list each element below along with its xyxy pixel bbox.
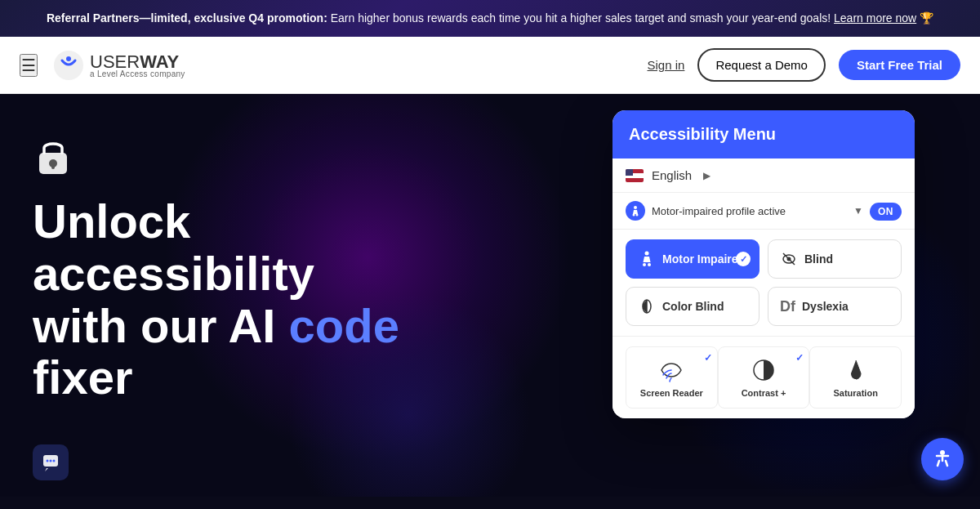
color-blind-label: Color Blind (662, 300, 724, 313)
contrast-label: Contrast + (742, 388, 786, 398)
banner-link[interactable]: Learn more now (834, 11, 916, 25)
blind-icon (780, 250, 798, 268)
navbar: ☰ USERWAY a Level Access company Sign in… (0, 37, 980, 94)
dyslexia-label: Dyslexia (802, 300, 849, 313)
svg-point-8 (53, 460, 56, 462)
svg-point-6 (47, 460, 49, 462)
panel-title: Accessibility Menu (629, 125, 776, 143)
saturation-tool-button[interactable]: Saturation (809, 346, 902, 409)
toggle-on-badge[interactable]: ON (870, 203, 902, 221)
svg-point-20 (940, 450, 945, 455)
svg-point-10 (633, 214, 635, 217)
language-label: English (652, 168, 692, 182)
chat-icon (42, 453, 60, 471)
blind-label: Blind (804, 252, 833, 266)
hero-title-line1: Unlock (33, 194, 190, 248)
profile-active-icon (626, 201, 645, 221)
motor-impaired-label: Motor Impaired (662, 252, 745, 266)
screen-reader-label: Screen Reader (640, 388, 703, 398)
request-demo-button[interactable]: Request a Demo (697, 48, 826, 82)
hero-title-line3: with our AI (33, 299, 289, 352)
profiles-grid: Motor Impaired ✓ Blind (612, 230, 915, 337)
promo-banner: Referral Partners—limited, exclusive Q4 … (0, 0, 980, 37)
hero-content: Unlock accessibility with our AI code fi… (33, 135, 399, 404)
screen-reader-check: ✓ (704, 352, 712, 364)
svg-rect-4 (51, 163, 55, 169)
lock-icon (33, 135, 74, 176)
contrast-icon (751, 357, 777, 383)
screen-reader-icon (658, 357, 684, 383)
motor-impaired-profile-button[interactable]: Motor Impaired ✓ (626, 239, 760, 279)
logo: USERWAY a Level Access company (54, 51, 185, 80)
svg-point-11 (636, 214, 639, 217)
hero-title-line2: accessibility (33, 247, 314, 300)
saturation-icon (843, 357, 869, 383)
signin-button[interactable]: Sign in (648, 58, 685, 72)
svg-point-9 (634, 206, 637, 209)
language-selector[interactable]: English ▶ (612, 159, 915, 193)
logo-text-block: USERWAY a Level Access company (90, 51, 185, 78)
hero-title-highlight: code (289, 299, 399, 352)
svg-point-1 (66, 56, 71, 61)
screen-reader-tool-button[interactable]: ✓ Screen Reader (626, 346, 718, 409)
chevron-right-icon: ▶ (703, 170, 710, 181)
panel-body: English ▶ Motor-impaired profile active … (612, 159, 915, 418)
svg-point-13 (643, 263, 646, 266)
chat-widget-button[interactable] (33, 444, 69, 480)
dyslexia-icon-text: Df (780, 298, 795, 315)
banner-bold-text: Referral Partners—limited, exclusive Q4 … (47, 11, 327, 25)
wheelchair-small-icon (630, 205, 641, 217)
svg-point-7 (50, 460, 52, 462)
svg-point-12 (645, 252, 649, 256)
saturation-label: Saturation (833, 388, 877, 398)
svg-point-14 (648, 263, 651, 266)
userway-logo-icon (54, 51, 83, 80)
hero-title: Unlock accessibility with our AI code fi… (33, 195, 399, 404)
flag-icon (626, 169, 644, 182)
hero-section: Unlock accessibility with our AI code fi… (0, 94, 980, 497)
nav-right: Sign in Request a Demo Start Free Trial (648, 48, 960, 82)
accessibility-widget-button[interactable] (921, 438, 964, 480)
banner-emoji: 🏆 (920, 11, 933, 25)
profile-active-row: Motor-impaired profile active ▼ ON (612, 193, 915, 230)
hamburger-menu-button[interactable]: ☰ (20, 54, 38, 77)
blind-profile-button[interactable]: Blind (768, 239, 902, 279)
color-blind-profile-button[interactable]: Color Blind (626, 287, 760, 326)
check-badge: ✓ (736, 252, 751, 266)
hero-title-line4: fixer (33, 350, 133, 404)
color-blind-icon (638, 297, 656, 315)
panel-header: Accessibility Menu (612, 110, 915, 159)
contrast-tool-button[interactable]: ✓ Contrast + (718, 346, 810, 409)
wheelchair-icon (638, 250, 656, 268)
banner-normal-text: Earn higher bonus rewards each time you … (331, 11, 834, 25)
tools-grid: ✓ Screen Reader ✓ Con (612, 337, 915, 418)
contrast-check: ✓ (795, 352, 804, 364)
dyslexia-profile-button[interactable]: Df Dyslexia (768, 287, 902, 326)
profile-active-label: Motor-impaired profile active (652, 205, 850, 217)
start-trial-button[interactable]: Start Free Trial (839, 50, 960, 80)
accessibility-panel: Accessibility Menu English ▶ (612, 110, 915, 418)
logo-subtitle: a Level Access company (90, 69, 185, 78)
dropdown-arrow-icon[interactable]: ▼ (853, 205, 863, 217)
accessibility-widget-icon (931, 448, 954, 471)
